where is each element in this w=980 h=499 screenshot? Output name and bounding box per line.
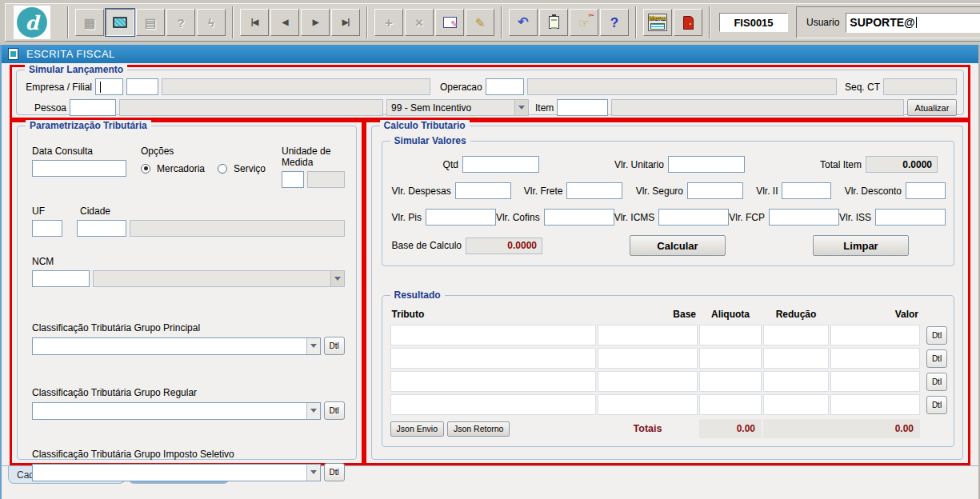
print-preview-button[interactable]: ? <box>166 9 195 36</box>
vlr-frete-label: Vlr. Frete <box>524 186 563 197</box>
user-frame: Usuario SUPORTE@ <box>796 6 980 38</box>
edit-pencil-button[interactable]: ✎ <box>466 9 494 36</box>
user-input[interactable]: SUPORTE@ <box>846 13 980 33</box>
mercadoria-label: Mercadoria <box>157 163 205 174</box>
data-consulta-label: Data Consulta <box>32 146 138 157</box>
pessoa-input[interactable] <box>70 99 116 116</box>
menu-button[interactable]: Menu <box>643 9 672 36</box>
exit-button[interactable] <box>674 9 702 36</box>
chevron-down-icon[interactable] <box>330 271 344 286</box>
help-button[interactable]: ? <box>600 9 629 36</box>
toolbar-separator <box>709 6 710 38</box>
undo-button[interactable]: ↶ <box>509 9 538 36</box>
empresa-desc-field <box>162 78 430 95</box>
grupo-regular-dtl-button[interactable]: Dtl <box>324 401 345 420</box>
panel-legend: Resultado <box>390 289 445 301</box>
result-row-dtl-button[interactable]: Dtl <box>926 373 947 391</box>
item-input[interactable] <box>557 99 608 116</box>
col-header-base: Base <box>598 309 698 322</box>
vlr-pis-input[interactable] <box>426 209 496 226</box>
vlr-iss-input[interactable] <box>875 209 946 226</box>
vlr-frete-input[interactable] <box>566 182 622 199</box>
ncm-input[interactable] <box>32 270 90 287</box>
edit-window-icon: ✎ <box>443 17 457 28</box>
unidade-medida-input[interactable] <box>282 171 304 188</box>
result-row-dtl-button[interactable]: Dtl <box>926 396 947 414</box>
logo-letter: d <box>17 7 47 38</box>
grupo-regular-label: Classificação Tributária Grupo Regular <box>32 387 345 398</box>
vlr-cofins-input[interactable] <box>544 209 614 226</box>
print-button[interactable]: ▤ <box>136 9 165 36</box>
edit-pencil-icon: ✎ <box>475 17 486 29</box>
grupo-regular-select[interactable] <box>32 402 321 420</box>
qtd-input[interactable] <box>462 156 539 173</box>
vlr-desconto-input[interactable] <box>906 182 946 199</box>
toolbar-separator <box>501 6 502 38</box>
result-cell <box>830 348 920 369</box>
atualizar-button[interactable]: Atualizar <box>907 99 957 116</box>
limpar-button[interactable]: Limpar <box>813 235 909 256</box>
clipboard-button[interactable] <box>539 9 568 36</box>
incentivo-select[interactable]: 99 - Sem Incentivo <box>386 99 529 116</box>
chevron-down-icon[interactable] <box>306 403 320 419</box>
vlr-ii-input[interactable] <box>782 182 831 199</box>
result-row-dtl-button[interactable]: Dtl <box>926 349 947 368</box>
operacao-label: Operacao <box>440 82 482 93</box>
json-envio-button[interactable]: Json Envio <box>390 421 444 437</box>
grupo-principal-dtl-button[interactable]: Dtl <box>324 337 345 355</box>
mercadoria-radio[interactable] <box>141 164 150 174</box>
vlr-seguro-input[interactable] <box>687 182 743 199</box>
vlr-fcp-label: Vlr. FCP <box>729 212 765 223</box>
item-label: Item <box>535 102 554 114</box>
toolbar-separator <box>67 6 69 38</box>
grupo-principal-select[interactable] <box>32 337 321 355</box>
process-button[interactable]: ϟ <box>197 9 226 36</box>
unidade-medida-desc-field <box>307 171 345 188</box>
confirm-button[interactable]: ☞ ✂ <box>570 9 598 36</box>
escrita-fiscal-window: ESCRITA FISCAL Simular Lançamento Empres… <box>0 45 980 499</box>
json-retorno-button[interactable]: Json Retorno <box>447 421 510 437</box>
edit-window-button[interactable]: ✎ <box>435 9 464 36</box>
seq-ct-field <box>883 78 957 95</box>
result-row-dtl-button[interactable]: Dtl <box>926 326 947 345</box>
ncm-select[interactable] <box>93 270 345 287</box>
uf-input[interactable] <box>32 220 62 237</box>
delete-button[interactable]: × <box>405 9 434 36</box>
panel-legend: Simular Lançamento <box>25 64 127 75</box>
servico-label: Serviço <box>234 163 266 174</box>
chevron-down-icon[interactable] <box>306 338 320 354</box>
vlr-fcp-input[interactable] <box>769 209 839 226</box>
vlr-cofins-label: Vlr. Cofins <box>496 212 540 223</box>
operacao-input[interactable] <box>486 78 524 95</box>
resultado-panel: Resultado Tributo Base Aliquota Redução … <box>382 295 954 447</box>
result-cell <box>763 325 829 345</box>
add-button[interactable]: + <box>374 9 403 36</box>
empresa-input[interactable] <box>95 78 123 95</box>
chevron-down-icon[interactable] <box>306 465 320 481</box>
totais-valor-field: 0.00 <box>763 419 920 438</box>
result-cell <box>830 371 920 392</box>
toolbar-separator <box>635 6 637 38</box>
calcular-button[interactable]: Calcular <box>630 235 726 256</box>
vlr-icms-input[interactable] <box>658 209 729 226</box>
servico-radio[interactable] <box>218 164 227 174</box>
vlr-unitario-input[interactable] <box>668 156 745 173</box>
annotation-rect-right: Calculo Tributario Simular Valores Qtd V… <box>364 120 970 465</box>
filial-input[interactable] <box>126 78 158 95</box>
panel-legend: Calculo Tributario <box>380 120 470 131</box>
cidade-input[interactable] <box>77 220 126 237</box>
result-cell <box>830 325 920 345</box>
vlr-despesas-input[interactable] <box>455 182 511 199</box>
grupo-imposto-seletivo-select[interactable] <box>32 464 321 481</box>
data-consulta-input[interactable] <box>32 160 126 177</box>
first-record-button[interactable]: |◀ <box>240 9 269 36</box>
chevron-down-icon[interactable] <box>514 100 528 115</box>
save-button[interactable]: ▦ <box>75 9 104 36</box>
prev-record-button[interactable]: ◀ <box>270 9 299 36</box>
col-header-reducao: Redução <box>763 309 829 322</box>
screen-button[interactable] <box>106 9 134 36</box>
prev-record-icon: ◀ <box>282 18 288 26</box>
grupo-imposto-seletivo-dtl-button[interactable]: Dtl <box>324 463 345 481</box>
last-record-button[interactable]: ▶| <box>331 9 360 36</box>
next-record-button[interactable]: ▶ <box>301 9 330 36</box>
